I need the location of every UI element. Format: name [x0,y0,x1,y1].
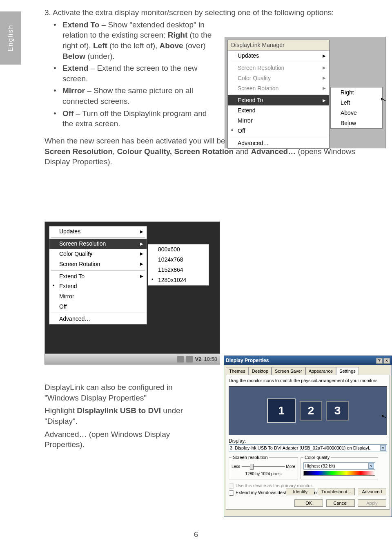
separator [51,237,145,238]
screenshot-resolution-menu: Updates▶ Screen Resolution▶ Color Qualit… [45,222,220,365]
chevron-right-icon: ▶ [323,53,326,59]
separator [229,94,327,94]
chevron-right-icon: ▶ [140,251,143,257]
monitor-2[interactable]: 2 [300,401,322,421]
t: 1280x1024 [158,276,186,284]
t: Screen Resolution [45,147,113,156]
menu-item-off[interactable]: Off [49,302,147,312]
menu-item-screen-resolution[interactable]: Screen Resolution▶ [49,239,147,249]
color-quality-combo[interactable]: Highest (32 bit)v [303,462,375,470]
apply-button[interactable]: Apply [358,499,386,507]
tray-icon[interactable] [177,356,184,363]
t: Above [160,41,183,50]
chevron-right-icon: ▶ [323,65,326,71]
context-menu-main: DisplayLink Manager Updates▶ Screen Reso… [227,40,330,149]
chevron-right-icon: ▶ [323,75,326,81]
t: Displaylink USB to DVI [77,406,161,415]
submenu-item-left[interactable]: Left [331,98,382,108]
identify-button[interactable]: Identify [286,488,314,495]
t: Updates [238,52,259,60]
t: Right [341,89,354,96]
submenu-extend-to: Right Left Above Below [330,87,383,129]
menu-item-extend[interactable]: Extend [228,105,329,116]
resolution-800x600[interactable]: 800x600 [148,244,209,255]
close-button[interactable]: × [383,358,390,364]
checkbox[interactable] [229,483,234,489]
tab-desktop[interactable]: Desktop [249,367,272,375]
tab-themes[interactable]: Themes [226,367,249,375]
step-number: 3. [45,7,53,18]
menu-item-color-quality[interactable]: Color Quality▶ [228,73,329,83]
t: 1024x768 [158,256,183,264]
language-tab: English [0,11,21,65]
tab-appearance[interactable]: Appearance [305,367,336,375]
chevron-right-icon: ▶ [140,273,143,279]
slider-track [242,466,285,467]
t: Color Quality [238,74,271,82]
advanced-button[interactable]: Advanced [358,488,386,495]
t: Use this device as the primary monitor. [236,483,313,488]
menu-item-extend-to[interactable]: Extend To▶ [49,271,147,282]
t: Off [62,109,74,118]
t: Extend [59,282,77,290]
window-buttons: ?× [375,357,390,364]
t: Screen Resolution [59,240,106,248]
help-button[interactable]: ? [376,358,383,364]
menu-item-screen-resolution[interactable]: Screen Resolution▶ [228,63,329,73]
resolution-slider[interactable]: Less More [232,463,295,470]
troubleshoot-button[interactable]: Troubleshoot... [318,488,355,495]
t: Below [62,52,85,60]
display-label: Display: [229,438,387,444]
chevron-right-icon: ▶ [140,229,143,235]
resolution-1024x768[interactable]: 1024x768 [148,255,209,265]
t: Off [238,127,245,135]
menu-item-extend[interactable]: Extend [49,281,147,291]
t: Mirror [238,117,253,125]
tabs: Themes Desktop Screen Saver Appearance S… [224,365,392,375]
t: Advanced… [238,139,269,147]
t: (under). [85,52,115,60]
resolution-1280x1024[interactable]: 1280x1024 [148,275,209,285]
color-bar [303,471,375,476]
context-menu-main-2: Updates▶ Screen Resolution▶ Color Qualit… [49,226,147,324]
submenu-item-right[interactable]: Right [331,87,382,98]
screenshot-display-properties: Display Properties ?× Themes Desktop Scr… [224,356,392,517]
t: Left [341,99,350,107]
monitor-3[interactable]: 3 [326,401,349,421]
t: Highest (32 bit) [305,463,335,469]
checkbox[interactable] [229,490,234,496]
menu-title: DisplayLink Manager [228,40,329,51]
menu-item-advanced[interactable]: Advanced… [49,314,147,324]
dropdown-icon: v [368,463,374,469]
separator [51,270,145,271]
resolution-1152x864[interactable]: 1152x864 [148,265,209,275]
monitor-arrangement[interactable]: 1 2 3 [229,386,387,435]
separator [229,137,327,137]
t: Updates [59,228,80,235]
menu-item-off[interactable]: Off [228,126,329,136]
color-quality-group: Color quality Highest (32 bit)v [301,454,378,479]
menu-item-color-quality[interactable]: Color Quality▶ [49,249,147,259]
tray-icon[interactable] [186,356,193,363]
menu-item-screen-rotation[interactable]: Screen Rotation▶ [228,83,329,94]
menu-item-advanced[interactable]: Advanced… [228,138,329,148]
submenu-item-below[interactable]: Below [331,118,382,128]
p: Highlight Displaylink USB to DVI under "… [45,405,204,426]
menu-item-extend-to[interactable]: Extend To▶ [228,95,329,105]
legend: Color quality [303,454,331,461]
display-combo[interactable]: 3. Displaylink USB To DVI Adapter (USB_0… [229,444,387,452]
legend: Screen resolution [232,454,269,461]
menu-item-screen-rotation[interactable]: Screen Rotation▶ [49,259,147,269]
menu-item-mirror[interactable]: Mirror [49,291,147,302]
ok-button[interactable]: OK [294,499,323,507]
menu-item-mirror[interactable]: Mirror [228,116,329,126]
cancel-button[interactable]: Cancel [326,499,355,507]
tab-screensaver[interactable]: Screen Saver [272,367,305,375]
t: Colour Quality, Screen Rotation [117,147,234,156]
menu-item-updates[interactable]: Updates▶ [49,226,147,237]
tab-settings[interactable]: Settings [336,367,359,375]
menu-item-updates[interactable]: Updates▶ [228,51,329,61]
monitor-1[interactable]: 1 [267,398,296,423]
slider-thumb[interactable] [250,464,254,470]
submenu-item-above[interactable]: Above [331,108,382,118]
